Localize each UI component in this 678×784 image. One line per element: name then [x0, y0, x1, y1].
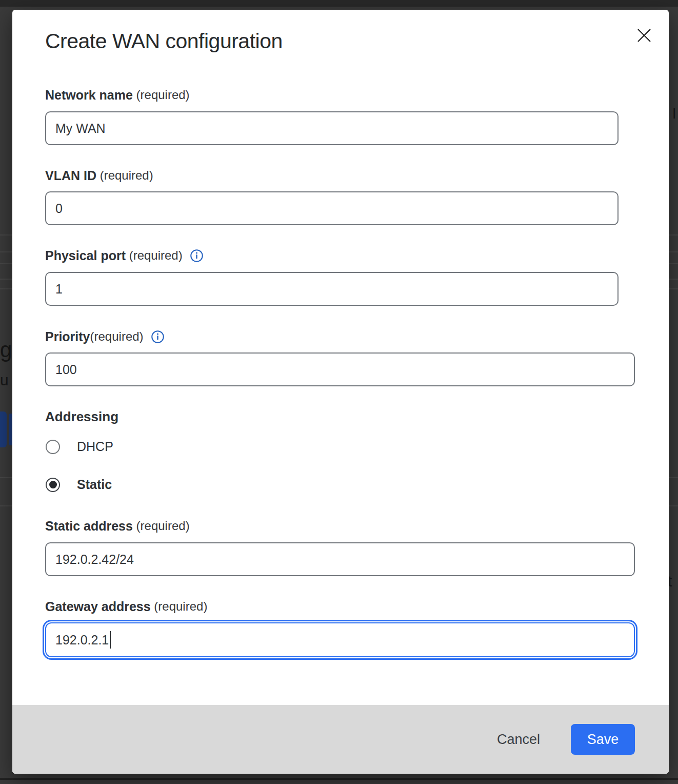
- label-text: Static address: [45, 519, 133, 534]
- physical-port-label: Physical port (required): [45, 247, 204, 264]
- dialog-footer: Cancel Save: [12, 705, 669, 774]
- background-text-fragment: g: [0, 338, 12, 362]
- label-text: Gateway address: [45, 599, 151, 614]
- static-address-input[interactable]: [45, 542, 635, 576]
- network-name-label: Network name (required): [45, 86, 190, 104]
- priority-input[interactable]: [45, 352, 635, 386]
- background-top-strip: [0, 0, 678, 7]
- required-hint: (required): [90, 329, 144, 344]
- gateway-address-label: Gateway address (required): [45, 598, 207, 615]
- close-button[interactable]: [634, 26, 654, 45]
- addressing-heading: Addressing: [45, 409, 118, 425]
- network-name-input[interactable]: [45, 111, 619, 145]
- create-wan-dialog: Create WAN configuration Network name (r…: [12, 10, 669, 774]
- required-hint: (required): [126, 248, 183, 263]
- label-text: Priority: [45, 329, 90, 344]
- label-text: VLAN ID: [45, 168, 96, 183]
- radio-label: DHCP: [77, 439, 113, 454]
- background-text-fragment: u: [0, 371, 11, 389]
- radio-label: Static: [77, 477, 112, 492]
- cancel-button[interactable]: Cancel: [492, 729, 545, 751]
- required-hint: (required): [96, 168, 153, 183]
- vlan-id-input[interactable]: [45, 191, 619, 225]
- gateway-address-input[interactable]: 192.0.2.1: [45, 622, 635, 657]
- radio-selected-icon: [46, 478, 60, 492]
- save-button[interactable]: Save: [571, 724, 635, 755]
- info-icon[interactable]: [190, 249, 204, 263]
- input-value: 192.0.2.1: [55, 633, 109, 648]
- required-hint: (required): [151, 599, 208, 614]
- radio-option-dhcp[interactable]: DHCP: [46, 439, 113, 454]
- vlan-id-label: VLAN ID (required): [45, 167, 153, 184]
- background-button-fragment: [0, 411, 7, 447]
- physical-port-input[interactable]: [45, 272, 619, 306]
- label-text: Network name: [45, 88, 133, 103]
- text-cursor: [110, 631, 111, 649]
- dialog-title: Create WAN configuration: [45, 29, 283, 53]
- close-icon: [635, 27, 653, 44]
- required-hint: (required): [133, 519, 190, 533]
- label-text: Physical port: [45, 248, 126, 263]
- background-bottom-line: [0, 778, 678, 780]
- required-hint: (required): [133, 88, 190, 102]
- info-icon[interactable]: [151, 330, 165, 344]
- static-address-label: Static address (required): [45, 517, 190, 535]
- priority-label: Priority(required): [45, 328, 165, 345]
- radio-unselected-icon: [46, 440, 60, 454]
- background-text-fragment: t: [668, 573, 678, 590]
- radio-option-static[interactable]: Static: [46, 477, 112, 492]
